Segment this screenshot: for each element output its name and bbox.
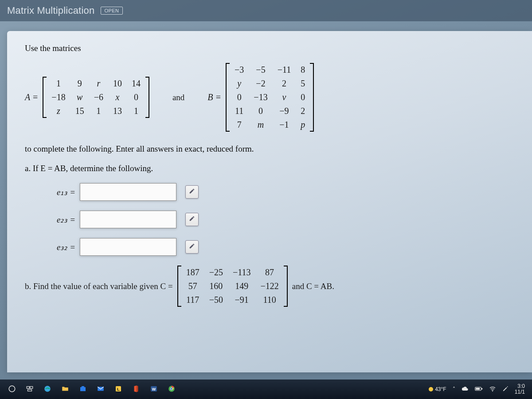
matrix-cell: v	[273, 90, 296, 104]
matrix-cell: 2	[273, 77, 296, 90]
part-a-text: a. If E = AB, determine the following.	[25, 164, 514, 173]
start-button[interactable]	[4, 382, 20, 396]
screen: Matrix Multiplication OPEN Use the matri…	[0, 0, 532, 399]
matrix-cell: 1	[127, 104, 145, 118]
taskbar: L W 43°F ˄	[0, 379, 532, 399]
matrix-cell: z	[47, 104, 70, 118]
question-panel: Use the matrices A = 19r1014−18w−6x0z151…	[7, 31, 532, 372]
matrix-cell: 9	[70, 77, 89, 90]
matrix-A-group: A = 19r1014−18w−6x0z151131	[25, 77, 149, 118]
page-title: Matrix Multiplication	[7, 5, 94, 16]
circle-icon	[8, 385, 16, 394]
pencil-icon	[189, 215, 195, 223]
svg-rect-5	[80, 387, 86, 391]
part-b-suffix: and C = AB.	[292, 282, 334, 291]
matrix-cell: p	[296, 118, 310, 132]
explorer-button[interactable]	[58, 382, 73, 396]
instruction-text: to complete the following. Enter all ans…	[25, 144, 514, 154]
mail-icon	[97, 385, 105, 394]
lockdown-button[interactable]: L	[111, 382, 126, 396]
answer-row-e23: e₂₃ =	[57, 211, 514, 228]
matrix-cell: −91	[228, 293, 256, 307]
svg-text:W: W	[152, 387, 156, 391]
tray: 43°F ˄ 3:0 11/1	[429, 383, 525, 395]
matrix-cell: 0	[296, 90, 310, 104]
date-text: 11/1	[515, 389, 525, 395]
store-button[interactable]	[75, 382, 90, 396]
matrix-cell: x	[108, 90, 127, 104]
part-b-row: b. Find the value of each variable given…	[25, 266, 514, 307]
e32-hint-button[interactable]	[185, 240, 199, 254]
matrix-cell: −1	[273, 118, 296, 132]
svg-rect-6	[82, 386, 84, 387]
matrix-cell: −5	[249, 63, 272, 77]
matrix-B-group: B = −3−5−118y−2250−13v0110−927m−1p	[207, 63, 314, 132]
office-icon	[132, 385, 140, 394]
matrix-cell: −6	[89, 90, 108, 104]
sun-icon	[429, 387, 433, 391]
word-icon: W	[150, 385, 158, 394]
folder-icon	[61, 385, 69, 394]
matrix-cell: −3	[230, 63, 249, 77]
e13-hint-button[interactable]	[185, 185, 199, 199]
chrome-icon	[168, 385, 176, 394]
matrix-cell: −9	[273, 104, 296, 118]
temperature-text: 43°F	[435, 386, 446, 392]
matrix-cell: y	[230, 77, 249, 90]
e23-input[interactable]	[80, 211, 176, 228]
chrome-button[interactable]	[164, 382, 179, 396]
wifi-icon[interactable]	[489, 385, 496, 394]
pencil-icon	[189, 243, 195, 251]
matrix-cell: 7	[230, 118, 249, 132]
matrix-cell: −113	[228, 266, 256, 279]
matrix-cell: 10	[108, 77, 127, 90]
svg-rect-1	[27, 386, 29, 388]
matrix-B: −3−5−118y−2250−13v0110−927m−1p	[226, 63, 314, 132]
e32-label: e₃₂ =	[57, 242, 75, 252]
matrix-cell: 0	[127, 90, 145, 104]
e32-input[interactable]	[80, 238, 176, 256]
matrix-cell: −122	[255, 279, 283, 293]
matrix-cell: 0	[249, 104, 272, 118]
e13-label: e₁₃ =	[57, 187, 75, 197]
matrix-cell: 15	[70, 104, 89, 118]
task-view-button[interactable]	[22, 382, 37, 396]
pen-icon[interactable]	[502, 386, 509, 393]
edge-button[interactable]	[40, 382, 55, 396]
matrix-cell: −13	[249, 90, 272, 104]
matrix-cell: r	[89, 77, 108, 90]
weather-widget[interactable]: 43°F	[429, 386, 446, 392]
svg-rect-17	[476, 387, 480, 390]
matrices-row: A = 19r1014−18w−6x0z151131 and B = −3−5−…	[25, 63, 514, 132]
part-b-prefix: b. Find the value of each variable given…	[25, 282, 173, 291]
e23-label: e₂₃ =	[57, 215, 75, 225]
e13-input[interactable]	[80, 183, 176, 201]
matrix-cell: 149	[228, 279, 256, 293]
chevron-up-icon[interactable]: ˄	[453, 386, 455, 392]
topbar: Matrix Multiplication OPEN	[0, 0, 532, 21]
battery-icon[interactable]	[475, 386, 483, 393]
matrix-cell: 8	[296, 63, 310, 77]
matrix-cell: 11	[230, 104, 249, 118]
matrix-cell: −50	[204, 293, 228, 307]
svg-point-0	[9, 386, 15, 392]
e23-hint-button[interactable]	[185, 213, 199, 226]
office-button[interactable]	[129, 382, 144, 396]
matrix-A: 19r1014−18w−6x0z151131	[43, 77, 149, 118]
cloud-icon[interactable]	[462, 385, 469, 394]
matrix-C: 187−25−1138757160149−122117−50−91110	[177, 266, 288, 307]
pencil-icon	[189, 188, 195, 196]
store-icon	[79, 385, 87, 394]
matrix-cell: m	[249, 118, 272, 132]
word-button[interactable]: W	[146, 382, 161, 396]
matrix-A-label: A =	[25, 92, 38, 102]
matrix-cell: 5	[296, 77, 310, 90]
answer-row-e32: e₃₂ =	[57, 238, 514, 256]
mail-button[interactable]	[93, 382, 108, 396]
matrix-cell: 1	[47, 77, 70, 90]
clock[interactable]: 3:0 11/1	[515, 383, 525, 395]
matrix-cell: 1	[89, 104, 108, 118]
svg-rect-2	[30, 386, 33, 388]
matrix-B-label: B =	[207, 92, 221, 102]
matrix-cell: 14	[127, 77, 145, 90]
